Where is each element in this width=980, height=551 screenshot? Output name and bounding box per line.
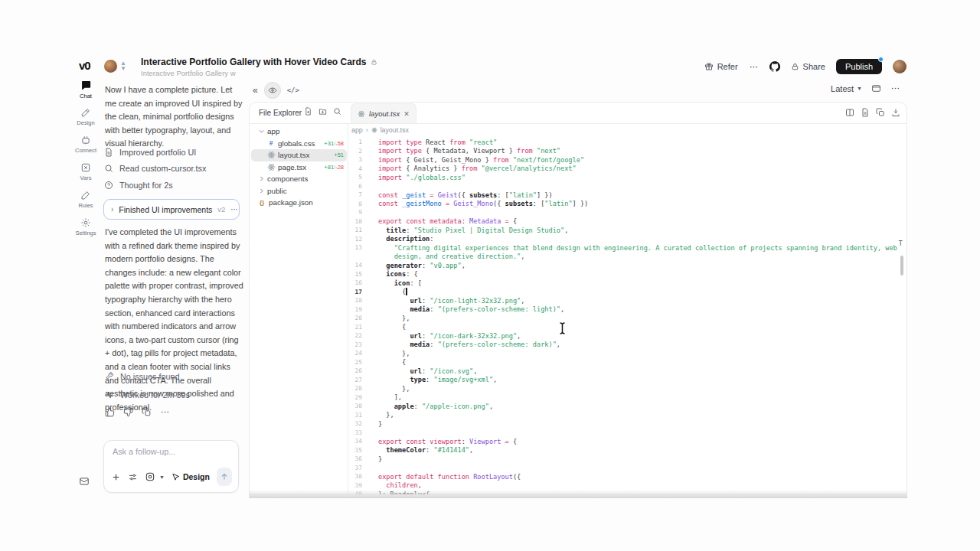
- code-text: },: [378, 411, 394, 419]
- tree-item-layout-tsx[interactable]: layout.tsx+51: [251, 149, 347, 161]
- publish-button[interactable]: Publish: [836, 59, 882, 74]
- code-line[interactable]: 19 media: "(prefers-color-scheme: light)…: [349, 305, 906, 315]
- tool-step[interactable]: Read custom-cursor.tsx: [104, 163, 242, 174]
- share-button[interactable]: Share: [791, 62, 825, 71]
- code-line[interactable]: 8const _geistMono = Geist_Mono({ subsets…: [349, 200, 906, 209]
- search-icon[interactable]: [333, 107, 341, 116]
- chevron-down-icon[interactable]: ▼: [159, 474, 165, 480]
- code-line[interactable]: 7const _geist = Geist({ subsets: ["latin…: [349, 191, 906, 200]
- rail-item-connect[interactable]: Connect: [72, 135, 100, 157]
- code-line[interactable]: 30 apple: "/apple-icon.png",: [349, 402, 906, 411]
- editor-scrollbar[interactable]: [900, 256, 903, 276]
- refer-button[interactable]: Refer: [704, 62, 738, 71]
- rail-item-rules[interactable]: Rules: [72, 190, 100, 212]
- new-file-icon[interactable]: [304, 107, 312, 116]
- code-line[interactable]: 37: [349, 464, 906, 473]
- breadcrumb-file[interactable]: layout.tsx: [381, 126, 409, 134]
- code-lines[interactable]: 1import type React from "react"2import t…: [349, 138, 906, 494]
- version-selector[interactable]: Latest ▼: [831, 84, 862, 93]
- sliders-icon[interactable]: [128, 472, 138, 482]
- code-line[interactable]: 13 "Crafting digital experiences that bl…: [349, 243, 906, 253]
- code-line[interactable]: 29 ],: [349, 393, 906, 403]
- code-line[interactable]: 28 },: [349, 384, 906, 393]
- code-line[interactable]: 32}: [349, 419, 906, 429]
- tree-item-page-tsx[interactable]: page.tsx+81/-28: [251, 161, 347, 174]
- tool-step[interactable]: Thought for 2s: [104, 179, 242, 191]
- thumbs-up-button[interactable]: [104, 406, 116, 418]
- tree-item-package-json[interactable]: {}package.json: [251, 197, 347, 209]
- collapse-panel-icon[interactable]: «: [253, 85, 258, 96]
- tab-layout-tsx[interactable]: layout.tsx ✕: [351, 103, 416, 123]
- code-line[interactable]: 1import type React from "react": [349, 138, 906, 147]
- code-line[interactable]: 34export const viewport: Viewport = {: [349, 437, 906, 446]
- github-button[interactable]: [769, 61, 780, 72]
- code-line[interactable]: 36}: [349, 455, 906, 464]
- workspace-avatar[interactable]: [104, 60, 117, 73]
- tree-item-components[interactable]: components: [251, 173, 347, 185]
- more-actions-button[interactable]: [159, 406, 171, 418]
- code-line[interactable]: 14 generator: "v0.app",: [349, 261, 906, 270]
- v0-logo[interactable]: v0: [79, 59, 90, 72]
- copy-button[interactable]: [141, 406, 152, 418]
- workspace-switcher-icon[interactable]: ▲▼: [120, 60, 126, 71]
- breadcrumb-folder[interactable]: app: [351, 126, 363, 134]
- close-icon[interactable]: ✕: [403, 110, 410, 118]
- code-line[interactable]: 18 url: "/icon-light-32x32.png",: [349, 296, 906, 305]
- browser-window-icon[interactable]: [871, 83, 881, 93]
- code-line[interactable]: 31 },: [349, 411, 906, 420]
- file-icon[interactable]: [861, 108, 870, 117]
- tree-item-app[interactable]: app: [251, 126, 347, 138]
- code-line[interactable]: 25 {: [349, 358, 906, 367]
- code-line[interactable]: 35 themeColor: "#141414",: [349, 446, 906, 455]
- code-line[interactable]: 21 {: [349, 323, 906, 332]
- chevron-right-icon[interactable]: ›: [111, 205, 113, 214]
- code-line[interactable]: 5import "./globals.css": [349, 173, 906, 182]
- design-mode-button[interactable]: Design: [172, 472, 210, 481]
- code-line[interactable]: 39 children,: [349, 481, 906, 491]
- code-line[interactable]: 20 },: [349, 314, 906, 323]
- code-line[interactable]: 24 },: [349, 349, 906, 358]
- chat-input[interactable]: [113, 447, 227, 456]
- code-line[interactable]: 16 icon: [: [349, 279, 906, 288]
- send-button[interactable]: [217, 468, 232, 486]
- code-line[interactable]: 17 {: [349, 288, 906, 297]
- code-line[interactable]: 38export default function RootLayout({: [349, 472, 906, 481]
- copy-icon[interactable]: [876, 108, 885, 117]
- rail-item-vars[interactable]: Vars: [72, 162, 100, 184]
- rail-item-design[interactable]: Design: [72, 107, 100, 129]
- ellipsis-icon[interactable]: [890, 83, 900, 93]
- code-line[interactable]: 26 url: "/icon.svg",: [349, 367, 906, 376]
- code-line[interactable]: 2import type { Metadata, Viewport } from…: [349, 147, 906, 156]
- tree-item-globals-css[interactable]: #globals.css+31/-58: [251, 138, 347, 150]
- model-selector-button[interactable]: [145, 471, 155, 482]
- header-more-button[interactable]: [749, 62, 759, 72]
- task-card-finished-ui[interactable]: › Finished UI improvements v2 ⋯: [103, 199, 240, 220]
- code-line[interactable]: 27 type: "image/svg+xml",: [349, 376, 906, 385]
- tool-step[interactable]: Improved portfolio UI: [104, 146, 242, 158]
- rail-item-chat[interactable]: Chat: [72, 80, 100, 102]
- code-line[interactable]: 23 media: "(prefers-color-scheme: dark)"…: [349, 341, 906, 350]
- code-line[interactable]: 33: [349, 429, 906, 438]
- task-card-more-button[interactable]: ⋯: [230, 205, 239, 214]
- code-line[interactable]: 3import { Geist, Geist_Mono } from "next…: [349, 155, 906, 165]
- code-line[interactable]: 6: [349, 182, 906, 191]
- code-line[interactable]: 12 description:: [349, 235, 906, 244]
- new-folder-icon[interactable]: [318, 107, 327, 116]
- code-line[interactable]: design, and creative direction.",: [349, 253, 906, 262]
- user-avatar[interactable]: [893, 60, 906, 73]
- code-line[interactable]: 9: [349, 208, 906, 217]
- download-icon[interactable]: [891, 108, 900, 117]
- rail-item-settings[interactable]: Settings: [72, 217, 100, 240]
- split-view-icon[interactable]: [845, 108, 854, 117]
- tree-item-public[interactable]: public: [251, 185, 347, 197]
- code-line[interactable]: 15 icons: {: [349, 270, 906, 279]
- code-line[interactable]: 10export const metadata: Metadata = {: [349, 217, 906, 227]
- mail-icon[interactable]: [79, 476, 90, 487]
- code-line[interactable]: 11 title: "Studio Pixel | Digital Design…: [349, 226, 906, 235]
- preview-toggle-selected[interactable]: [264, 82, 281, 99]
- code-line[interactable]: 4import { Analytics } from "@vercel/anal…: [349, 165, 906, 174]
- code-view-toggle[interactable]: </>: [287, 86, 299, 94]
- plus-button[interactable]: [111, 472, 121, 482]
- thumbs-down-button[interactable]: [122, 406, 134, 418]
- code-line[interactable]: 22 url: "/icon-dark-32x32.png",: [349, 331, 906, 341]
